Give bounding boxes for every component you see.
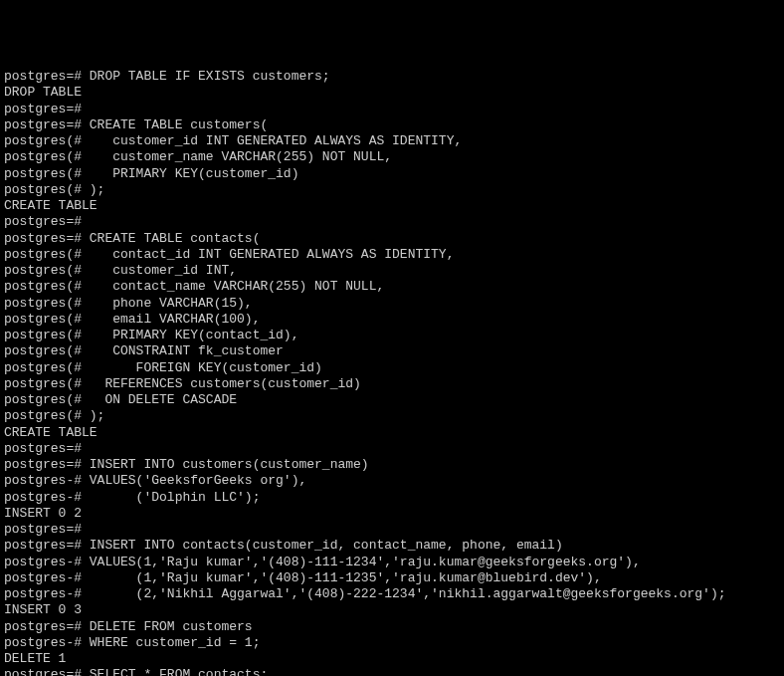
terminal-output[interactable]: postgres=# DROP TABLE IF EXISTS customer… — [4, 69, 780, 676]
